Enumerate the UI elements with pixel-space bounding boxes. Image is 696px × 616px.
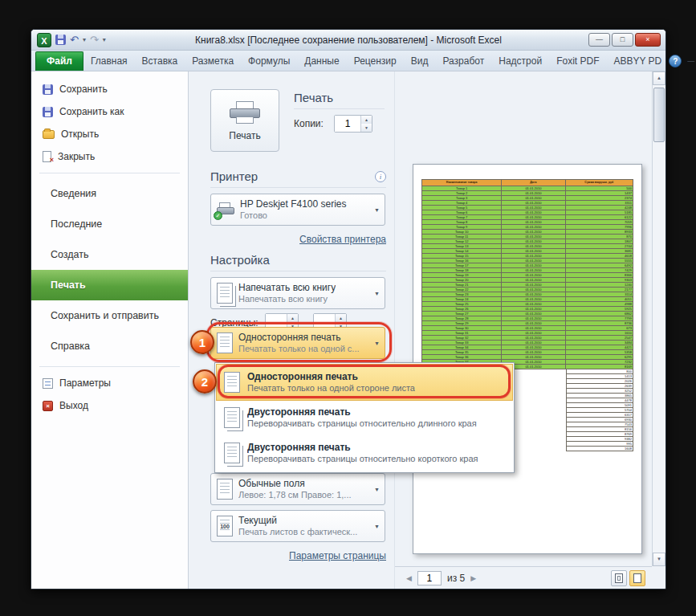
pages-from-up-icon[interactable]: ▲ <box>287 314 298 322</box>
close-button[interactable]: × <box>635 33 661 47</box>
preview-zoom-controls <box>611 570 645 586</box>
next-page-icon[interactable]: ▶ <box>470 574 476 582</box>
menu-item-two-sided-short[interactable]: Двусторонняя печать Переворачивать стран… <box>217 435 512 471</box>
scroll-down-icon[interactable]: ▼ <box>653 553 665 566</box>
margins-sheet-icon <box>217 479 233 500</box>
scale-badge: 100 <box>218 524 232 529</box>
heading-rule <box>210 271 386 271</box>
tab-abbyy[interactable]: ABBYY PD <box>606 52 669 71</box>
vertical-scrollbar[interactable]: ▲ ▼ <box>652 71 665 566</box>
tab-foxit-pdf[interactable]: Foxit PDF <box>549 52 606 71</box>
tab-data[interactable]: Данные <box>297 52 346 71</box>
duplex-title: Односторонняя печать <box>238 332 360 344</box>
sidebar-item-save-send[interactable]: Сохранить и отправить <box>31 300 188 331</box>
printer-info-icon[interactable]: i <box>375 171 386 182</box>
print-what-subtitle: Напечатать всю книгу <box>238 294 336 304</box>
zoom-to-page-button[interactable] <box>629 570 645 586</box>
tab-file[interactable]: Файл <box>35 51 83 71</box>
printer-properties-link[interactable]: Свойства принтера <box>299 234 386 245</box>
workbook-minimize-icon[interactable]: — <box>687 57 694 65</box>
tab-home[interactable]: Главная <box>83 52 135 71</box>
menu-item-title: Двусторонняя печать <box>247 406 477 418</box>
print-button[interactable]: Печать <box>210 89 279 152</box>
save-as-icon <box>43 107 53 117</box>
sidebar-item-open[interactable]: Открыть <box>31 123 188 145</box>
zoom-to-page-icon <box>633 573 641 583</box>
exit-icon: × <box>43 401 53 411</box>
minimize-button[interactable]: — <box>588 33 610 47</box>
tab-insert[interactable]: Вставка <box>135 52 185 71</box>
printer-icon <box>230 100 260 124</box>
sidebar-item-options[interactable]: Параметры <box>31 372 188 394</box>
sidebar-item-label: Открыть <box>61 129 99 140</box>
print-settings-panel: Печать Печать Копии: ▲ ▼ Принтер i <box>189 71 394 589</box>
qat-customize-icon[interactable]: ▾ <box>103 36 106 43</box>
undo-icon[interactable]: ↶ <box>70 35 79 45</box>
save-icon[interactable] <box>55 35 66 45</box>
undo-caret-icon[interactable]: ▾ <box>83 36 86 43</box>
sidebar-item-save-as[interactable]: Сохранить как <box>31 100 188 123</box>
menu-item-one-sided[interactable]: Односторонняя печать Печатать только на … <box>217 365 512 400</box>
menu-item-subtitle: Переворачивать страницы относительно кор… <box>247 454 478 464</box>
duplex-dropdown[interactable]: Односторонняя печать Печатать только на … <box>210 327 385 359</box>
tab-developer[interactable]: Разработ <box>435 52 491 71</box>
sidebar-item-exit[interactable]: × Выход <box>31 394 188 417</box>
copies-up-icon[interactable]: ▲ <box>361 116 372 124</box>
tab-review[interactable]: Рецензир <box>347 52 404 71</box>
sidebar-item-label: Выход <box>59 400 88 411</box>
excel-app-icon[interactable]: X <box>37 33 51 47</box>
preview-bottom-bar: ◀ из 5 ▶ <box>395 566 652 589</box>
sidebar-item-close[interactable]: × Закрыть <box>31 145 188 168</box>
one-sided-sheet-icon <box>217 332 233 353</box>
chevron-down-icon: ▼ <box>374 524 380 529</box>
printer-ready-check-icon: ✓ <box>214 211 222 220</box>
printer-select-dropdown[interactable]: ✓ HP Deskjet F4100 series Готово ▼ <box>210 194 385 226</box>
chevron-down-icon: ▼ <box>374 341 380 346</box>
chevron-down-icon: ▼ <box>374 291 380 296</box>
heading-rule <box>210 187 386 188</box>
sidebar-item-info[interactable]: Сведения <box>31 178 188 209</box>
sidebar-item-label: Печать <box>51 279 86 291</box>
tab-view[interactable]: Вид <box>404 52 436 71</box>
sidebar-item-label: Сохранить <box>59 84 108 95</box>
heading-rule <box>294 108 385 109</box>
options-icon <box>43 378 53 389</box>
sidebar-item-help[interactable]: Справка <box>31 331 188 361</box>
margins-dropdown[interactable]: Обычные поля Левое: 1,78 см Правое: 1,..… <box>210 473 385 505</box>
nav-separator <box>39 173 180 173</box>
redo-icon[interactable]: ↷ <box>90 35 99 45</box>
desktop-background: X ↶ ▾ ↷ ▾ Книга8.xlsx [Последнее сохране… <box>0 0 696 616</box>
sidebar-item-new[interactable]: Создать <box>31 239 188 270</box>
copies-input[interactable] <box>335 116 360 132</box>
sidebar-item-recent[interactable]: Последние <box>31 209 188 239</box>
workbook-sheet-icon <box>217 283 233 304</box>
current-page-input[interactable] <box>417 571 442 585</box>
sidebar-item-save[interactable]: Сохранить <box>31 78 188 100</box>
tab-page-layout[interactable]: Разметка <box>185 52 241 71</box>
menu-item-two-sided-long[interactable]: Двусторонняя печать Переворачивать стран… <box>217 400 512 435</box>
save-icon <box>43 84 53 95</box>
scaling-subtitle: Печать листов с фактическ... <box>238 527 357 537</box>
copies-down-icon[interactable]: ▼ <box>361 124 372 132</box>
print-what-dropdown[interactable]: Напечатать всю книгу Напечатать всю книг… <box>210 277 385 309</box>
tab-addins[interactable]: Надстрой <box>491 52 549 71</box>
sidebar-item-print[interactable]: Печать <box>31 270 188 300</box>
show-margins-button[interactable] <box>611 570 627 586</box>
printer-device-icon: ✓ <box>217 202 234 217</box>
previous-page-icon[interactable]: ◀ <box>406 574 412 582</box>
open-folder-icon <box>43 130 55 139</box>
backstage-view: Сохранить Сохранить как Открыть × Закрыт… <box>31 71 665 589</box>
pages-to-up-icon[interactable]: ▲ <box>336 314 346 322</box>
maximize-button[interactable]: □ <box>612 33 633 47</box>
page-setup-link[interactable]: Параметры страницы <box>289 550 386 561</box>
annotation-callout-2: 2 <box>193 369 217 394</box>
chevron-down-icon: ▼ <box>374 207 380 213</box>
help-icon[interactable]: ? <box>669 55 682 67</box>
scaling-dropdown[interactable]: 100 Текущий Печать листов с фактическ...… <box>210 510 385 542</box>
sidebar-item-label: Сохранить как <box>59 106 124 117</box>
tab-formulas[interactable]: Формулы <box>241 52 297 71</box>
close-x-glyph: × <box>50 157 54 164</box>
scrollbar-thumb[interactable] <box>653 88 665 142</box>
scroll-up-icon[interactable]: ▲ <box>653 71 665 85</box>
print-what-title: Напечатать всю книгу <box>238 282 336 294</box>
